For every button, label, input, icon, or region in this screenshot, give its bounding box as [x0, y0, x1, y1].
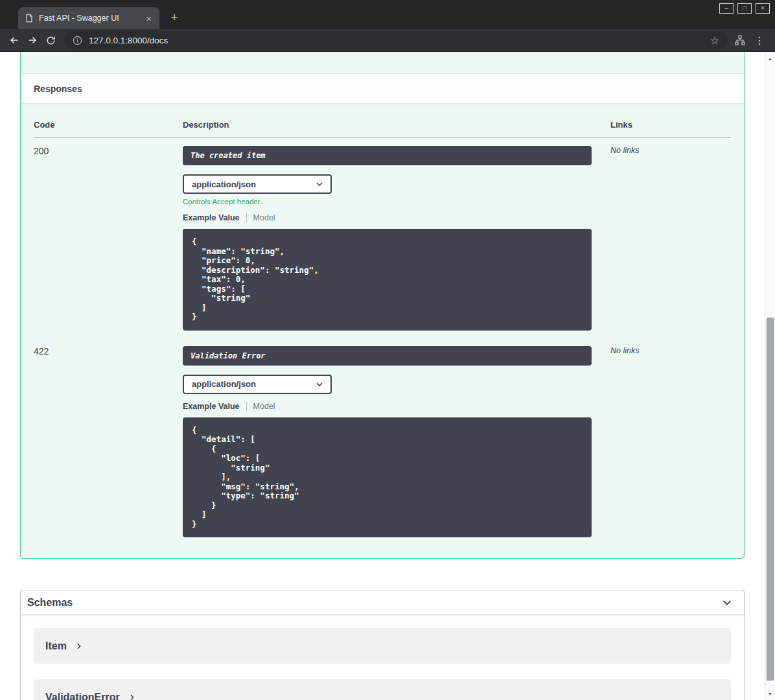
- forward-button[interactable]: [23, 31, 41, 49]
- site-info-icon[interactable]: [73, 36, 82, 45]
- back-button[interactable]: [5, 31, 23, 49]
- chevron-right-icon: [128, 693, 137, 700]
- toolbar-actions: ⋮: [732, 34, 770, 47]
- example-value-tab[interactable]: Example Value: [183, 402, 240, 411]
- response-description-cell: Validation Error application/json: [183, 338, 610, 546]
- browser-titlebar: Fast API - Swagger UI × + – □ ×: [0, 0, 775, 29]
- tab-divider: [246, 402, 247, 411]
- media-type-value: application/json: [192, 379, 256, 389]
- response-code: 422: [34, 338, 183, 546]
- chevron-down-icon[interactable]: [721, 596, 734, 609]
- response-row: 422 Validation Error application/json: [34, 338, 731, 546]
- schema-name: Item: [45, 640, 67, 652]
- example-json: { "detail": [ { "loc": [ "string" ], "ms…: [192, 426, 583, 530]
- response-code: 200: [34, 138, 183, 338]
- tab-title: Fast API - Swagger UI: [39, 14, 145, 23]
- schema-item[interactable]: Item: [34, 628, 731, 664]
- schema-item[interactable]: ValidationError: [34, 679, 731, 700]
- response-description: The created item: [183, 146, 592, 165]
- example-model-tabs: Example Value Model: [183, 402, 592, 411]
- browser-toolbar: 127.0.0.1:8000/docs ☆ ⋮: [0, 29, 775, 52]
- media-type-select[interactable]: application/json: [183, 174, 332, 194]
- media-type-select[interactable]: application/json: [183, 375, 332, 394]
- example-json-block: { "name": "string", "price": 0, "descrip…: [183, 229, 592, 331]
- response-description: Validation Error: [183, 346, 592, 366]
- browser-menu-icon[interactable]: ⋮: [754, 34, 765, 47]
- model-tab[interactable]: Model: [253, 213, 275, 222]
- reload-button[interactable]: [41, 31, 60, 49]
- response-description-cell: The created item application/json: [183, 138, 610, 338]
- page-favicon-icon: [25, 14, 34, 23]
- forward-arrow-icon: [27, 34, 38, 46]
- maximize-button[interactable]: □: [737, 3, 752, 14]
- media-type-value: application/json: [192, 180, 256, 189]
- responses-section-header: Responses: [21, 73, 744, 103]
- new-tab-button[interactable]: +: [166, 9, 183, 26]
- column-header-links: Links: [610, 116, 731, 138]
- controls-accept-note: Controls Accept header.: [183, 198, 592, 205]
- column-header-description: Description: [183, 116, 610, 138]
- chevron-down-icon: [314, 379, 325, 390]
- minimize-button[interactable]: –: [719, 3, 734, 14]
- operation-panel: Responses Code Description Links 200: [20, 52, 745, 559]
- url-text[interactable]: 127.0.0.1:8000/docs: [89, 36, 168, 45]
- responses-table: Code Description Links 200 The created i…: [34, 116, 731, 545]
- column-header-code: Code: [34, 116, 183, 138]
- swagger-page: Responses Code Description Links 200: [0, 52, 775, 700]
- close-button[interactable]: ×: [756, 3, 770, 14]
- response-links: No links: [610, 338, 731, 546]
- responses-table-wrapper: Code Description Links 200 The created i…: [21, 103, 744, 558]
- example-json-block: { "detail": [ { "loc": [ "string" ], "ms…: [183, 417, 592, 538]
- response-row: 200 The created item application/json: [34, 138, 731, 338]
- opblock-body-spacer: [21, 52, 744, 73]
- response-links: No links: [610, 138, 731, 338]
- tab-close-icon[interactable]: ×: [145, 14, 153, 23]
- browser-tab[interactable]: Fast API - Swagger UI ×: [18, 7, 159, 29]
- schemas-title: Schemas: [27, 597, 73, 609]
- bookmark-star-icon[interactable]: ☆: [710, 34, 719, 47]
- schema-name: ValidationError: [45, 692, 120, 700]
- example-value-tab[interactable]: Example Value: [183, 213, 240, 222]
- chevron-down-icon: [314, 179, 325, 189]
- example-json: { "name": "string", "price": 0, "descrip…: [192, 237, 583, 322]
- chevron-right-icon: [75, 642, 84, 651]
- page-viewport: Responses Code Description Links 200: [0, 52, 775, 700]
- example-model-tabs: Example Value Model: [183, 213, 592, 222]
- page-scrollbar[interactable]: ▲ ▼: [765, 52, 775, 700]
- tab-divider: [246, 213, 247, 222]
- scroll-up-button[interactable]: ▲: [765, 53, 775, 64]
- schemas-header[interactable]: Schemas: [21, 590, 744, 615]
- window-controls: – □ ×: [719, 3, 770, 14]
- model-tab[interactable]: Model: [253, 402, 275, 411]
- responses-title: Responses: [34, 84, 82, 94]
- scroll-down-button[interactable]: ▼: [765, 688, 775, 699]
- scrollbar-thumb[interactable]: [767, 318, 774, 681]
- reload-icon: [45, 35, 56, 46]
- schemas-list: Item ValidationError: [21, 615, 744, 700]
- schemas-section: Schemas Item Validation: [20, 590, 745, 700]
- back-arrow-icon: [8, 34, 20, 46]
- address-bar[interactable]: 127.0.0.1:8000/docs ☆: [65, 31, 727, 49]
- sitemap-icon[interactable]: [735, 35, 745, 45]
